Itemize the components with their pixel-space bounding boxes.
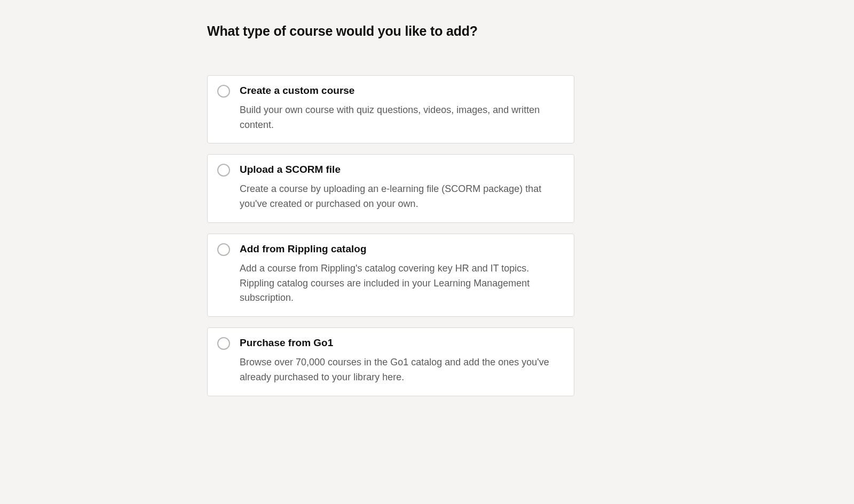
option-upload-scorm[interactable]: Upload a SCORM file Create a course by u… [207, 154, 574, 222]
option-description: Add a course from Rippling's catalog cov… [240, 261, 555, 306]
options-list: Create a custom course Build your own co… [207, 75, 574, 396]
radio-icon[interactable] [217, 164, 230, 177]
option-title: Add from Rippling catalog [240, 243, 555, 256]
option-create-custom-course[interactable]: Create a custom course Build your own co… [207, 75, 574, 143]
option-content: Upload a SCORM file Create a course by u… [240, 163, 555, 211]
course-type-selector: What type of course would you like to ad… [0, 0, 854, 396]
option-description: Build your own course with quiz question… [240, 103, 555, 133]
radio-icon[interactable] [217, 243, 230, 256]
option-title: Upload a SCORM file [240, 163, 555, 177]
option-content: Create a custom course Build your own co… [240, 84, 555, 132]
option-description: Browse over 70,000 courses in the Go1 ca… [240, 355, 555, 385]
option-purchase-from-go1[interactable]: Purchase from Go1 Browse over 70,000 cou… [207, 327, 574, 396]
page-heading: What type of course would you like to ad… [207, 23, 854, 39]
radio-icon[interactable] [217, 85, 230, 98]
radio-icon[interactable] [217, 337, 230, 350]
option-content: Add from Rippling catalog Add a course f… [240, 243, 555, 306]
option-title: Purchase from Go1 [240, 337, 555, 350]
option-add-from-rippling-catalog[interactable]: Add from Rippling catalog Add a course f… [207, 234, 574, 317]
option-description: Create a course by uploading an e-learni… [240, 182, 555, 212]
option-content: Purchase from Go1 Browse over 70,000 cou… [240, 337, 555, 385]
option-title: Create a custom course [240, 84, 555, 98]
